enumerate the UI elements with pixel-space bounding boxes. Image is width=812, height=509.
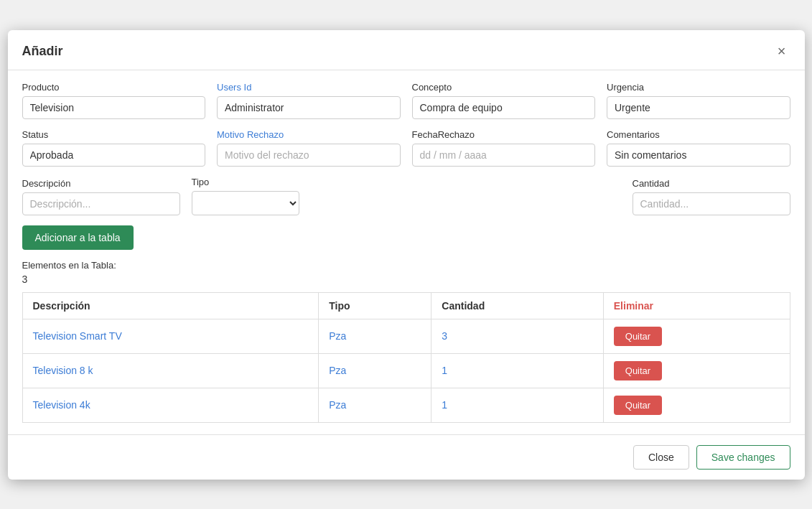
- save-changes-button[interactable]: Save changes: [696, 445, 790, 470]
- producto-label: Producto: [22, 82, 206, 93]
- cell-cantidad: 1: [431, 388, 603, 422]
- elementos-label: Elementos en la Tabla:: [22, 260, 790, 271]
- cantidad-group: Cantidad: [633, 178, 790, 215]
- col-header-descripcion: Descripción: [22, 292, 319, 319]
- urgencia-input[interactable]: [607, 96, 790, 119]
- col-header-eliminar: Eliminar: [603, 292, 790, 319]
- cell-cantidad: 1: [431, 353, 603, 388]
- modal-title: Añadir: [22, 44, 63, 59]
- modal-header: Añadir ×: [8, 30, 805, 70]
- users-id-input[interactable]: [217, 96, 401, 119]
- fecha-rechazo-label: FechaRechazo: [412, 129, 596, 140]
- cantidad-input[interactable]: [633, 192, 790, 215]
- table-row: Television 8 k Pza 1 Quitar: [22, 353, 790, 388]
- status-label: Status: [22, 129, 206, 140]
- status-group: Status: [22, 129, 206, 167]
- cell-descripcion: Television 8 k: [22, 353, 319, 388]
- add-section: Adicionar a la tabla: [22, 225, 790, 254]
- quitar-button[interactable]: Quitar: [614, 327, 662, 346]
- tipo-select[interactable]: Pza Kg Lt: [192, 191, 299, 215]
- motivo-rechazo-label: Motivo Rechazo: [217, 129, 401, 140]
- producto-input[interactable]: [22, 96, 206, 119]
- cell-tipo: Pza: [319, 388, 431, 422]
- descripcion-label: Descripción: [22, 178, 180, 189]
- producto-group: Producto: [22, 82, 206, 119]
- cell-descripcion: Television 4k: [22, 388, 319, 422]
- quitar-button[interactable]: Quitar: [614, 361, 662, 380]
- comentarios-group: Comentarios: [607, 129, 790, 167]
- comentarios-input[interactable]: [607, 144, 790, 167]
- motivo-rechazo-input[interactable]: [217, 144, 401, 167]
- form-row-2: Status Motivo Rechazo FechaRechazo Comen…: [22, 129, 790, 167]
- cell-tipo: Pza: [319, 353, 431, 388]
- cell-eliminar: Quitar: [603, 319, 790, 353]
- modal-footer: Close Save changes: [8, 434, 805, 480]
- modal-dialog: Añadir × Producto Users Id Concepto Urge…: [8, 30, 805, 480]
- table-header-row: Descripción Tipo Cantidad Eliminar: [22, 292, 790, 319]
- col-header-cantidad: Cantidad: [431, 292, 603, 319]
- cell-cantidad: 3: [431, 319, 603, 353]
- add-to-table-button[interactable]: Adicionar a la tabla: [22, 225, 134, 250]
- users-id-group: Users Id: [217, 82, 401, 119]
- urgencia-group: Urgencia: [607, 82, 790, 119]
- cantidad-label: Cantidad: [633, 178, 790, 189]
- modal-close-icon-button[interactable]: ×: [773, 42, 790, 61]
- col-header-tipo: Tipo: [319, 292, 431, 319]
- concepto-input[interactable]: [412, 96, 596, 119]
- cell-eliminar: Quitar: [603, 388, 790, 422]
- status-input[interactable]: [22, 144, 206, 167]
- descripcion-input[interactable]: [22, 192, 180, 215]
- descripcion-group: Descripción: [22, 178, 180, 215]
- form-row-3: Descripción Tipo Pza Kg Lt Cantidad: [22, 177, 790, 215]
- quitar-button[interactable]: Quitar: [614, 396, 662, 415]
- tipo-group: Tipo Pza Kg Lt: [192, 177, 299, 215]
- table-row: Television Smart TV Pza 3 Quitar: [22, 319, 790, 353]
- fecha-rechazo-group: FechaRechazo: [412, 129, 596, 167]
- modal-body: Producto Users Id Concepto Urgencia Stat…: [8, 70, 805, 434]
- tipo-label: Tipo: [192, 177, 299, 187]
- cell-descripcion: Television Smart TV: [22, 319, 319, 353]
- concepto-group: Concepto: [412, 82, 596, 119]
- users-id-label: Users Id: [217, 82, 401, 93]
- form-row-1: Producto Users Id Concepto Urgencia: [22, 82, 790, 119]
- items-table: Descripción Tipo Cantidad Eliminar Telev…: [22, 292, 790, 423]
- table-row: Television 4k Pza 1 Quitar: [22, 388, 790, 422]
- urgencia-label: Urgencia: [607, 82, 790, 93]
- cell-eliminar: Quitar: [603, 353, 790, 388]
- table-count: 3: [22, 274, 790, 285]
- concepto-label: Concepto: [412, 82, 596, 93]
- cell-tipo: Pza: [319, 319, 431, 353]
- motivo-rechazo-group: Motivo Rechazo: [217, 129, 401, 167]
- fecha-rechazo-input[interactable]: [412, 144, 596, 167]
- close-button[interactable]: Close: [633, 445, 689, 470]
- comentarios-label: Comentarios: [607, 129, 790, 140]
